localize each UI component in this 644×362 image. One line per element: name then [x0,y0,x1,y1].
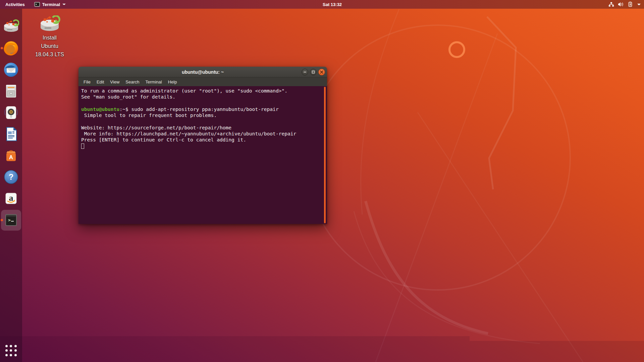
desktop-icon-label-line: 18.04.3 LTS [35,50,65,59]
top-bar: Activities Terminal Sat 13:32 [0,0,644,9]
window-controls [302,69,325,75]
volume-icon [618,2,624,7]
prompt-suffix: :~$ [119,106,128,112]
minimize-icon [303,70,307,74]
menu-terminal[interactable]: Terminal [143,78,165,86]
amazon-icon: a [3,190,19,206]
dock-item-thunderbird[interactable] [3,62,19,78]
close-button[interactable] [318,69,325,75]
dock-item-firefox[interactable] [3,40,19,56]
menu-search[interactable]: Search [122,78,142,86]
terminal-line-blank [81,118,324,124]
menu-file[interactable]: File [80,78,94,86]
svg-text:a: a [9,193,13,203]
terminal-menubar: File Edit View Search Terminal Help [78,77,327,86]
desktop-icon-label-line: Install [35,34,65,42]
install-ubuntu-icon [3,19,19,35]
activities-button[interactable]: Activities [0,0,30,9]
files-cabinet-icon [3,83,19,99]
maximize-icon [312,70,315,74]
app-menu-label: Terminal [42,2,60,7]
svg-text:?: ? [9,172,14,181]
terminal-app-icon: > [3,212,19,228]
dock-item-terminal[interactable]: > [3,212,19,228]
prompt-user-host: ubuntu@ubuntu [81,106,119,112]
app-menu-button[interactable]: Terminal [30,0,70,9]
terminal-line: Simple tool to repair frequent boot prob… [81,112,324,118]
dock-item-libreoffice-writer[interactable] [3,126,19,142]
command-text: sudo add-apt-repository ppa:yannubuntu/b… [128,106,279,112]
terminal-cursor-line [81,143,324,149]
terminal-window-icon [34,2,40,7]
menu-view[interactable]: View [107,78,122,86]
terminal-output-area[interactable]: To run a command as administrator (user … [78,86,327,224]
battery-charging-icon [628,2,634,7]
dock: A ? a > [0,9,22,362]
chevron-down-icon [62,4,66,5]
dock-item-help[interactable]: ? [3,169,19,185]
running-indicator-dot [1,219,3,221]
install-ubuntu-icon [39,15,61,34]
rhythmbox-icon [3,105,19,121]
svg-text:A: A [9,154,13,161]
firefox-icon [3,40,19,56]
window-title: ubuntu@ubuntu: ~ [182,69,224,75]
chevron-down-icon [637,4,641,5]
menu-edit[interactable]: Edit [94,78,107,86]
desktop-icon-install-ubuntu[interactable]: Install Ubuntu 18.04.3 LTS [35,15,65,59]
terminal-line: To run a command as administrator (user … [81,88,324,94]
terminal-prompt-line: ubuntu@ubuntu:~$ sudo add-apt-repository… [81,106,324,112]
svg-text:>: > [8,218,11,223]
menu-help[interactable]: Help [165,78,180,86]
terminal-scrollbar[interactable] [324,87,326,223]
desktop-icon-label-line: Ubuntu [35,42,65,50]
running-indicator-dot [1,47,3,49]
thunderbird-icon [3,62,19,78]
minimize-button[interactable] [302,69,308,75]
dock-item-amazon[interactable]: a [3,190,19,206]
help-icon: ? [3,169,19,185]
dock-item-install-ubuntu[interactable] [3,19,19,35]
show-applications-button[interactable] [4,344,18,357]
maximize-button[interactable] [310,69,317,75]
terminal-line-blank [81,100,324,106]
terminal-line: Press [ENTER] to continue or Ctrl-c to c… [81,137,324,143]
activities-label: Activities [5,2,25,7]
dock-item-ubuntu-software[interactable]: A [3,147,19,164]
dock-item-rhythmbox[interactable] [3,105,19,121]
terminal-line: More info: https://launchpad.net/~yannub… [81,131,324,137]
system-status-area[interactable] [608,0,641,9]
network-wired-icon [608,2,614,7]
ubuntu-software-icon: A [3,147,19,164]
clock[interactable]: Sat 13:32 [323,0,342,9]
terminal-cursor [81,143,84,149]
terminal-line: Website: https://sourceforge.net/p/boot-… [81,125,324,131]
terminal-window: ubuntu@ubuntu: ~ File Edit View Search [78,67,327,224]
dock-item-files[interactable] [3,83,19,99]
clock-label: Sat 13:32 [323,2,342,7]
close-icon [320,70,323,74]
libreoffice-writer-icon [3,126,19,142]
terminal-line: See "man sudo_root" for details. [81,94,324,100]
terminal-titlebar[interactable]: ubuntu@ubuntu: ~ [78,67,327,77]
